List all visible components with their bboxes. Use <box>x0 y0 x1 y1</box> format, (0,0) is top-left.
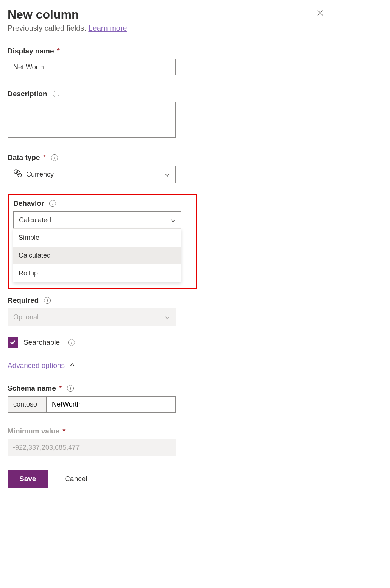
advanced-options-label: Advanced options <box>8 361 65 370</box>
data-type-label-text: Data type <box>8 153 40 162</box>
save-button[interactable]: Save <box>8 470 48 488</box>
svg-point-0 <box>14 170 18 174</box>
learn-more-link[interactable]: Learn more <box>88 24 127 32</box>
advanced-options-toggle[interactable]: Advanced options <box>8 361 326 370</box>
min-value-input: -922,337,203,685,477 <box>8 439 176 456</box>
schema-prefix: contoso_ <box>8 397 47 412</box>
required-star: * <box>59 384 62 393</box>
searchable-checkbox[interactable] <box>8 337 18 348</box>
close-button[interactable] <box>315 8 326 20</box>
data-type-label: Data type* i <box>8 153 326 162</box>
searchable-label: Searchable <box>23 338 60 347</box>
info-icon[interactable]: i <box>51 154 58 161</box>
behavior-label: Behavior i <box>13 199 191 208</box>
cancel-button[interactable]: Cancel <box>53 470 99 488</box>
schema-name-label-text: Schema name <box>8 384 56 393</box>
required-select: Optional <box>8 308 176 326</box>
info-icon[interactable]: i <box>68 339 75 346</box>
currency-icon <box>13 169 22 180</box>
close-icon <box>317 9 324 17</box>
schema-name-input[interactable] <box>47 397 175 412</box>
panel-title: New column <box>8 8 127 22</box>
info-icon[interactable]: i <box>49 200 56 207</box>
display-name-label-text: Display name <box>8 47 54 55</box>
required-value: Optional <box>13 313 39 321</box>
behavior-option-calculated[interactable]: Calculated <box>13 247 181 264</box>
required-label: Required i <box>8 296 326 305</box>
display-name-input[interactable] <box>8 59 176 75</box>
behavior-dropdown: Simple Calculated Rollup <box>13 228 181 282</box>
behavior-value: Calculated <box>19 216 51 224</box>
behavior-label-text: Behavior <box>13 199 44 208</box>
info-icon[interactable]: i <box>44 297 51 304</box>
required-star: * <box>57 47 60 55</box>
behavior-option-simple[interactable]: Simple <box>13 229 181 247</box>
description-label: Description i <box>8 90 326 98</box>
chevron-down-icon <box>165 314 170 320</box>
description-label-text: Description <box>8 90 47 98</box>
display-name-label: Display name* <box>8 47 326 55</box>
required-label-text: Required <box>8 296 39 305</box>
chevron-up-icon <box>69 361 75 370</box>
chevron-down-icon <box>170 217 176 223</box>
min-value-label: Minimum value* <box>8 427 326 435</box>
required-star: * <box>62 427 65 435</box>
info-icon[interactable]: i <box>67 385 74 392</box>
panel-subtitle: Previously called fields. Learn more <box>8 24 127 33</box>
data-type-select[interactable]: Currency <box>8 166 176 183</box>
behavior-select[interactable]: Calculated <box>13 211 181 229</box>
behavior-option-rollup[interactable]: Rollup <box>13 264 181 282</box>
description-input[interactable] <box>8 102 176 138</box>
schema-name-label: Schema name* i <box>8 384 326 393</box>
info-icon[interactable]: i <box>53 91 59 97</box>
data-type-value: Currency <box>26 170 54 178</box>
required-star: * <box>43 153 46 162</box>
chevron-down-icon <box>165 172 170 177</box>
check-icon <box>9 339 16 346</box>
subtitle-text: Previously called fields. <box>8 24 88 32</box>
behavior-highlight: Behavior i Calculated Simple Calculated … <box>8 194 197 289</box>
min-value-label-text: Minimum value <box>8 427 59 435</box>
